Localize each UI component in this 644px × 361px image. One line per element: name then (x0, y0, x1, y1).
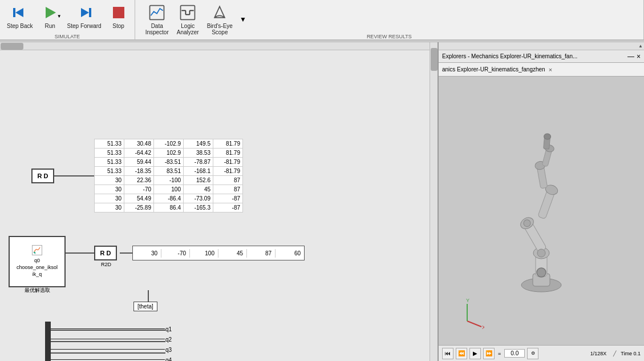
run-button[interactable]: Run ▼ (38, 2, 63, 30)
output-cell-2: 100 (190, 249, 218, 258)
time-label: Time 0.1 (621, 351, 641, 356)
svg-point-45 (544, 133, 551, 139)
more-button[interactable]: ▼ (240, 15, 246, 23)
output-cell-5: 60 (276, 249, 304, 258)
rewind-button[interactable]: ⏮ (442, 348, 453, 359)
matrix-cell-1-2: 102.9 (154, 149, 184, 158)
matrix-cell-6-2: -86.4 (154, 194, 184, 203)
matrix-cell-0-1: 30.48 (124, 139, 154, 149)
simulate-section: Step Back Run ▼ Step Forward (0, 0, 135, 39)
matrix-cell-2-4: -81.79 (213, 158, 243, 167)
matrix-row-6: 3054.49-86.4-73.09-87 (95, 194, 243, 203)
svg-point-46 (537, 268, 546, 277)
svg-rect-3 (89, 8, 91, 17)
right-panel-header: Explorers - Mechanics Explorer-UR_kinema… (439, 50, 644, 63)
matrix-row-0: 51.3330.48-102.9149.581.79 (95, 139, 243, 149)
matrix-cell-3-2: 83.51 (154, 167, 184, 176)
robot-arm-svg (479, 119, 604, 302)
svg-point-47 (537, 249, 545, 257)
minimize-icon[interactable]: — (627, 53, 634, 61)
close-icon[interactable]: × (637, 53, 641, 61)
output-cell-3: 45 (218, 249, 247, 258)
matrix-cell-4-3: 152.6 (184, 176, 213, 185)
axis-indicator: X Y (450, 298, 484, 334)
matrix-cell-1-3: 38.53 (184, 149, 213, 158)
rd-block-2[interactable]: R D (94, 246, 117, 260)
svg-marker-2 (46, 7, 56, 18)
matrix-cell-5-3: 45 (184, 185, 213, 194)
wire-q4 (51, 359, 165, 360)
mux-block (45, 322, 51, 361)
theta-label: [theta] (133, 302, 157, 311)
rd-block-1[interactable]: R D (31, 169, 54, 183)
robot-viewport[interactable]: X Y (439, 77, 644, 345)
matrix-cell-5-2: 100 (154, 185, 184, 194)
right-panel: ▲ Explorers - Mechanics Explorer-UR_kine… (439, 42, 644, 361)
matrix-cell-2-0: 51.33 (95, 158, 124, 167)
matrix-cell-5-1: -70 (124, 185, 154, 194)
step-back-label: Step Back (7, 23, 33, 29)
step-forward-play-button[interactable]: ⏩ (483, 348, 495, 359)
tab-close-button[interactable]: × (549, 66, 552, 73)
matrix-cell-4-4: 87 (213, 176, 243, 185)
svg-line-49 (467, 321, 481, 327)
matrix-cell-6-3: -73.09 (184, 194, 213, 203)
explorer-tab[interactable]: anics Explorer-UR_kinematics_fangzhen × (439, 63, 644, 77)
matrix-cell-3-1: -18.35 (124, 167, 154, 176)
stop-button[interactable]: Stop (106, 2, 131, 30)
matrix-cell-2-3: -78.87 (184, 158, 213, 167)
matrix-cell-7-0: 30 (95, 203, 124, 212)
stop-label: Stop (112, 23, 124, 29)
matrix-cell-0-4: 81.79 (213, 139, 243, 149)
playback-bar: ⏮ ⏪ ▶ ⏩ = 0.0 ⚙ 1/128X ╱ Time 0.1 (439, 345, 644, 361)
matrix-cell-1-4: 81.79 (213, 149, 243, 158)
matrix-row-4: 3022.36-100152.687 (95, 176, 243, 185)
review-section: DataInspector LogicAnalyzer (135, 0, 644, 39)
play-pause-button[interactable]: ▶ (469, 348, 481, 359)
svg-rect-0 (13, 8, 15, 17)
simulink-canvas[interactable]: 51.3330.48-102.9149.581.7951.33-64.42102… (0, 42, 439, 361)
step-back-play-button[interactable]: ⏪ (456, 348, 467, 359)
matrix-cell-7-2: 86.4 (154, 203, 184, 212)
output-row-block: 30-70100458760 (132, 246, 305, 260)
matrix-cell-1-0: 51.33 (95, 149, 124, 158)
settings-play-button[interactable]: ⚙ (527, 348, 538, 359)
top-scrollbar[interactable]: ▲ (439, 42, 644, 50)
explorer-title: Explorers - Mechanics Explorer-UR_kinema… (442, 53, 577, 59)
time-value-display: 0.0 (504, 349, 525, 358)
step-back-button[interactable]: Step Back (3, 2, 37, 30)
matrix-cell-1-1: -64.42 (124, 149, 154, 158)
svg-text:X: X (482, 324, 484, 330)
matrix-cell-5-0: 30 (95, 185, 124, 194)
matrix-cell-2-1: 59.44 (124, 158, 154, 167)
wire-q3 (51, 349, 165, 350)
review-title: REVIEW RESULTS (135, 34, 643, 39)
matrix-cell-4-0: 30 (95, 176, 124, 185)
matrix-cell-6-4: -87 (213, 194, 243, 203)
matrix-row-3: 51.33-18.3583.51-168.1-81.79 (95, 167, 243, 176)
svg-text:Y: Y (466, 298, 469, 303)
matrix-cell-3-4: -81.79 (213, 167, 243, 176)
simulate-title: SIMULATE (0, 34, 135, 39)
matrix-cell-3-3: -168.1 (184, 167, 213, 176)
subsystem-block[interactable]: q0 choose_one_iksol ik_q 最优解选取 (9, 236, 66, 287)
svg-rect-7 (181, 6, 195, 20)
matrix-cell-3-0: 51.33 (95, 167, 124, 176)
vertical-scrollbar[interactable] (430, 42, 438, 361)
matrix-row-2: 51.3359.44-83.51-78.87-81.79 (95, 158, 243, 167)
logic-analyzer-button[interactable]: LogicAnalyzer (173, 2, 202, 37)
output-label-q1: q1 (165, 326, 172, 332)
data-inspector-button[interactable]: DataInspector (142, 2, 172, 37)
matrix-cell-6-1: 54.49 (124, 194, 154, 203)
svg-rect-5 (113, 7, 124, 18)
toolbar: Step Back Run ▼ Step Forward (0, 0, 644, 40)
output-cell-0: 30 (133, 249, 161, 258)
birds-eye-button[interactable]: Bird's-EyeScope (204, 2, 236, 37)
matlab-icon (32, 245, 42, 255)
matrix-cell-7-3: -165.3 (184, 203, 213, 212)
wire-q2 (51, 339, 165, 339)
step-forward-button[interactable]: Step Forward (64, 2, 105, 30)
svg-rect-6 (150, 6, 164, 20)
wire-q1 (51, 328, 165, 329)
matrix-row-5: 30-701004587 (95, 185, 243, 194)
